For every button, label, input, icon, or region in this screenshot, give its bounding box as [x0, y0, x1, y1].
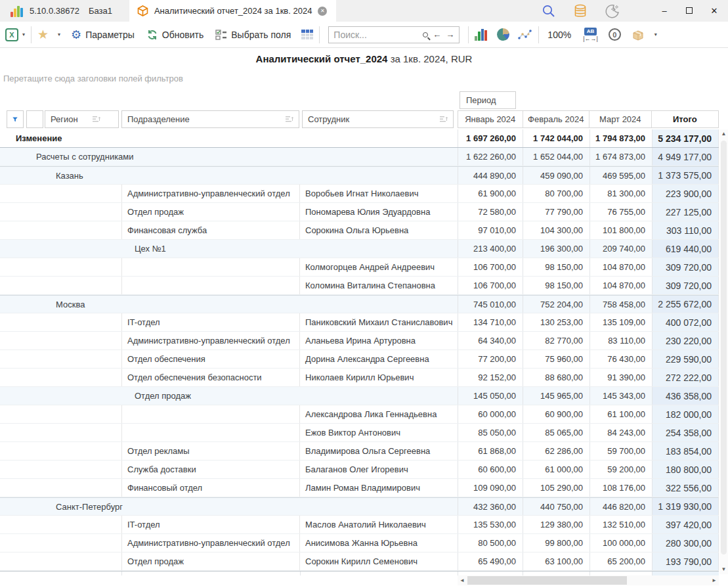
value-cell[interactable]: 75 960,00 [523, 350, 589, 368]
value-cell[interactable]: 62 286,00 [523, 442, 589, 460]
department-cell[interactable]: Административно-управленческий отдел [121, 534, 300, 552]
table-row[interactable]: Александрова Лика Геннадьевна60 000,0060… [0, 405, 719, 424]
value-cell[interactable]: 91 390,00 [589, 369, 652, 386]
employee-cell[interactable]: Пономарева Юлия Эдуардовна [300, 203, 458, 221]
employee-cell[interactable]: Паниковский Михаил Станиславович [300, 313, 458, 331]
value-cell[interactable]: 1 697 260,00 [458, 129, 523, 147]
value-cell[interactable]: 82 770,00 [523, 332, 589, 349]
table-row[interactable]: Отдел продажПономарева Юлия Эдуардовна72… [0, 203, 719, 221]
database-icon[interactable] [573, 4, 588, 18]
search-prev-icon[interactable]: ← [433, 30, 441, 39]
value-cell[interactable]: 230 220,00 [652, 332, 719, 349]
group-row[interactable]: Москва745 010,00752 204,00758 458,002 25… [0, 295, 719, 313]
select-fields-button[interactable]: Выбрать поля [215, 30, 291, 40]
employee-cell[interactable]: Владимирова Ольга Сергеевна [300, 442, 458, 460]
value-cell[interactable]: 145 050,00 [458, 387, 523, 405]
value-cell[interactable]: 129 380,00 [523, 516, 589, 533]
search-input[interactable]: Поиск... ← → [328, 26, 460, 43]
value-cell[interactable]: 1 373 575,00 [652, 167, 719, 184]
search-next-icon[interactable]: → [446, 30, 454, 39]
employee-cell[interactable]: Ламин Роман Владимирович [300, 479, 458, 497]
row-selector-box[interactable] [26, 110, 43, 128]
horizontal-scrollbar[interactable]: ◄ ► [458, 575, 719, 585]
department-cell[interactable]: IT-отдел [121, 516, 300, 533]
table-row[interactable]: Финансовый отделЛамин Роман Владимирович… [0, 479, 719, 497]
group-label[interactable]: Цех №1 [0, 240, 458, 258]
pie-chart-icon[interactable] [497, 28, 509, 41]
value-cell[interactable]: 2 255 672,00 [652, 296, 719, 313]
group-row[interactable]: Изменение1 697 260,001 742 044,001 794 8… [0, 129, 719, 148]
group-label[interactable]: Расчеты с сотрудниками [0, 148, 458, 166]
employee-cell[interactable]: Аланьева Ирина Артуровна [300, 332, 458, 349]
value-cell[interactable]: 59 200,00 [589, 461, 652, 478]
table-row[interactable]: Отдел обеспеченияДорина Александра Серге… [0, 350, 719, 369]
table-row[interactable]: Административно-управленческий отделАлан… [0, 332, 719, 350]
table-row[interactable]: Отдел рекламыВладимирова Ольга Сергеевна… [0, 442, 719, 461]
value-cell[interactable]: 65 490,00 [458, 552, 523, 570]
hide-zeros-icon[interactable]: 0 [609, 28, 621, 41]
value-cell[interactable]: 397 420,00 [652, 516, 719, 533]
value-cell[interactable]: 209 740,00 [589, 240, 652, 258]
refresh-button[interactable]: Обновить [146, 29, 203, 41]
value-cell[interactable]: 83 110,00 [589, 332, 652, 349]
value-cell[interactable]: 459 090,00 [523, 167, 589, 184]
department-cell[interactable]: Отдел продаж [121, 203, 300, 221]
group-label[interactable]: Изменение [0, 129, 458, 147]
value-cell[interactable]: 145 965,00 [523, 387, 589, 405]
department-cell[interactable]: Отдел обеспечения [121, 350, 300, 368]
employee-cell[interactable]: Александрова Лика Геннадьевна [300, 405, 458, 423]
column-header-total[interactable]: Итого [652, 111, 718, 127]
department-cell[interactable]: Отдел обеспечения безопасности [121, 369, 300, 386]
value-cell[interactable]: 105 290,00 [523, 479, 589, 497]
table-row[interactable]: Отдел обеспечения безопасностиНиколаев К… [0, 369, 719, 387]
column-width-icon[interactable]: AB |←→| [583, 28, 598, 42]
employee-cell[interactable]: Николаев Кирилл Юрьевич [300, 369, 458, 386]
chevron-down-icon[interactable]: ▾ [654, 32, 657, 37]
value-cell[interactable]: 60 600,00 [458, 461, 523, 478]
value-cell[interactable]: 180 800,00 [652, 461, 719, 478]
value-cell[interactable]: 309 720,00 [652, 277, 719, 294]
department-cell[interactable]: Финансовая служба [121, 221, 300, 239]
group-row[interactable]: Отдел продаж145 050,00145 965,00145 343,… [0, 387, 719, 405]
department-cell[interactable] [121, 424, 300, 441]
department-cell[interactable] [121, 277, 300, 294]
employee-cell[interactable]: Сорокин Кирилл Семенович [300, 552, 458, 570]
value-cell[interactable]: 76 755,00 [589, 203, 652, 221]
employee-cell[interactable]: Ежов Виктор Антонович [300, 424, 458, 441]
group-row[interactable]: Цех №1213 400,00196 300,00209 740,00619 … [0, 240, 719, 258]
value-cell[interactable]: 60 000,00 [458, 405, 523, 423]
value-cell[interactable]: 100 000,00 [589, 534, 652, 552]
value-cell[interactable]: 63 100,00 [523, 552, 589, 570]
group-label[interactable]: Санкт-Петербург [0, 498, 458, 515]
value-cell[interactable]: 272 222,00 [652, 369, 719, 386]
value-cell[interactable]: 1 622 260,00 [458, 148, 523, 166]
favorites-button[interactable]: ★ ▾ [37, 28, 60, 41]
value-cell[interactable]: 758 458,00 [589, 296, 652, 313]
department-cell[interactable]: Отдел рекламы [121, 442, 300, 460]
value-cell[interactable]: 104 300,00 [523, 221, 589, 239]
value-cell[interactable]: 752 204,00 [523, 296, 589, 313]
value-cell[interactable]: 183 854,00 [652, 442, 719, 460]
column-header-january[interactable]: Январь 2024 [458, 111, 523, 127]
export-excel-button[interactable]: X ▾ [5, 28, 25, 41]
value-cell[interactable]: 135 530,00 [458, 516, 523, 533]
value-cell[interactable]: 88 680,00 [523, 369, 589, 386]
department-cell[interactable] [121, 405, 300, 423]
zoom-level[interactable]: 100% [547, 30, 571, 40]
employee-cell[interactable]: Дорина Александра Сергеевна [300, 350, 458, 368]
value-cell[interactable]: 223 900,00 [652, 185, 719, 202]
value-cell[interactable]: 85 050,00 [458, 424, 523, 441]
horizontal-scroll-thumb[interactable] [467, 576, 627, 585]
value-cell[interactable]: 145 343,00 [589, 387, 652, 405]
scroll-left-icon[interactable]: ◄ [458, 575, 467, 585]
search-icon[interactable] [423, 32, 428, 37]
value-cell[interactable]: 61 100,00 [589, 405, 652, 423]
employee-cell[interactable]: Воробьев Игнат Николаевич [300, 185, 458, 202]
value-cell[interactable]: 619 440,00 [652, 240, 719, 258]
value-cell[interactable]: 108 176,00 [589, 479, 652, 497]
value-cell[interactable]: 280 300,00 [652, 534, 719, 552]
group-row[interactable]: Казань444 890,00459 090,00469 595,001 37… [0, 166, 719, 185]
sort-icon[interactable] [286, 116, 293, 123]
value-cell[interactable]: 254 358,00 [652, 424, 719, 441]
bar-chart-icon[interactable] [475, 29, 487, 41]
